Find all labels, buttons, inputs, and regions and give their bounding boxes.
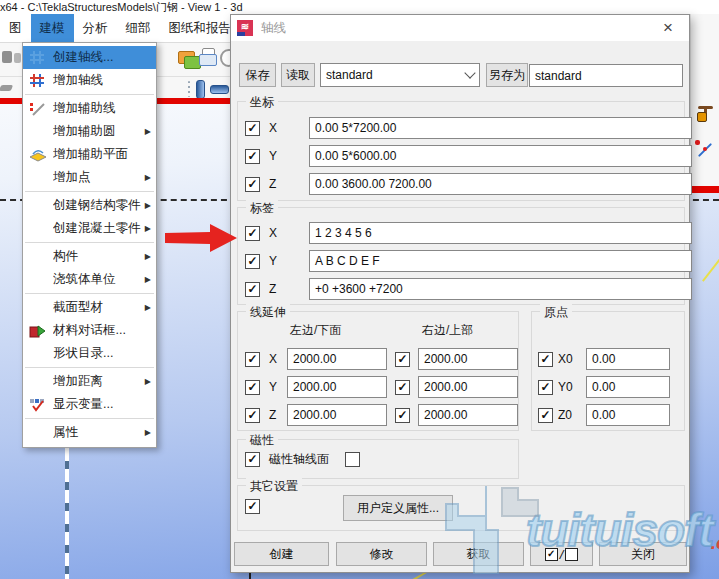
labels-x-checkbox[interactable] <box>245 226 260 241</box>
window-titlebar: x64 - C:\TeklaStructuresModels\门钢 - View… <box>0 0 719 14</box>
save-button[interactable]: 保存 <box>239 63 276 87</box>
menu-item-properties[interactable]: 属性 ▶ <box>23 421 156 444</box>
coordinates-z-checkbox[interactable] <box>245 177 260 192</box>
origin-x0-input[interactable]: 0.00 <box>586 348 670 370</box>
menu-item-add-construction-circle[interactable]: 增加辅助圆 ▶ <box>23 120 156 143</box>
modify-button[interactable]: 修改 <box>336 542 427 566</box>
toolbar-icon[interactable] <box>0 85 13 91</box>
menu-item-add-construction-plane[interactable]: 增加辅助平面 <box>23 143 156 166</box>
print-icon[interactable] <box>199 54 217 66</box>
left-below-header: 左边/下面 <box>290 322 341 339</box>
submenu-arrow-icon: ▶ <box>145 201 151 210</box>
submenu-arrow-icon: ▶ <box>145 173 151 182</box>
grid-tool-icon[interactable] <box>697 112 707 122</box>
blank-icon <box>29 170 47 186</box>
magnetism-extra-checkbox[interactable] <box>345 452 360 467</box>
construction-line-icon[interactable] <box>695 140 700 145</box>
coordinates-y-checkbox[interactable] <box>245 149 260 164</box>
ext-z-left-input[interactable]: 2000.00 <box>287 404 387 426</box>
view-icon[interactable] <box>196 80 205 99</box>
menu-item-add-distance[interactable]: 增加距离 ▶ <box>23 370 156 393</box>
display-variables-icon <box>29 397 47 413</box>
group-title: 原点 <box>540 304 572 321</box>
coordinates-x-input[interactable]: 0.00 5*7200.00 <box>309 117 692 139</box>
submenu-arrow-icon: ▶ <box>145 428 151 437</box>
view-icon[interactable] <box>210 85 229 94</box>
origin-z0-input[interactable]: 0.00 <box>586 404 670 426</box>
line-extensions-group: 线延伸 左边/下面 右边/上部 X 2000.00 2000.00 Y 2000… <box>237 311 519 431</box>
labels-y-checkbox[interactable] <box>245 254 260 269</box>
ext-x-left-input[interactable]: 2000.00 <box>287 348 387 370</box>
toggle-select-button[interactable]: / <box>530 542 593 566</box>
profile-select[interactable]: standard <box>320 63 480 87</box>
labels-z-checkbox[interactable] <box>245 282 260 297</box>
load-button[interactable]: 读取 <box>281 63 315 87</box>
ext-y-right-input[interactable]: 2000.00 <box>418 376 518 398</box>
create-button[interactable]: 创建 <box>234 542 329 566</box>
toolbar-icon[interactable] <box>2 51 12 63</box>
origin-y0-checkbox[interactable] <box>538 380 553 395</box>
submenu-arrow-icon: ▶ <box>145 275 151 284</box>
tekla-app-icon: ≋ <box>237 20 253 36</box>
labels-x-input[interactable]: 1 2 3 4 5 6 <box>309 222 692 244</box>
add-grid-icon <box>29 73 47 89</box>
right-toolbar <box>690 14 719 193</box>
toolbar-icon[interactable] <box>14 53 21 63</box>
origin-y0-input[interactable]: 0.00 <box>586 376 670 398</box>
menu-item-add-grid[interactable]: 增加轴线 <box>23 69 156 92</box>
menu-item-profiles[interactable]: 截面型材 ▶ <box>23 296 156 319</box>
magnetic-grid-plane-checkbox[interactable] <box>245 452 260 467</box>
drag-handle-icon[interactable] <box>188 81 190 97</box>
blank-icon <box>29 425 47 441</box>
group-title: 磁性 <box>246 432 278 449</box>
menu-item-add-point[interactable]: 增加点 ▶ <box>23 166 156 189</box>
other-settings-checkbox[interactable] <box>245 499 260 514</box>
ext-y-left-checkbox[interactable] <box>245 380 260 395</box>
menu-item-material-dialog[interactable]: 材料对话框... <box>23 319 156 342</box>
coordinates-z-input[interactable]: 0.00 3600.00 7200.00 <box>309 173 692 195</box>
ext-x-right-checkbox[interactable] <box>395 352 410 367</box>
menu-item-display-variables[interactable]: 显示变量... <box>23 393 156 416</box>
model-grid-vertical-line <box>65 448 69 579</box>
labels-y-input[interactable]: A B C D E F <box>309 250 692 272</box>
ext-z-right-checkbox[interactable] <box>395 408 410 423</box>
menu-item-create-grid[interactable]: 创建轴线... <box>23 46 156 69</box>
blank-icon <box>29 198 47 214</box>
magnetism-group: 磁性 磁性轴线面 <box>237 439 519 479</box>
construction-line-icon[interactable] <box>703 147 707 151</box>
labels-z-input[interactable]: +0 +3600 +7200 <box>309 278 692 300</box>
ext-x-right-input[interactable]: 2000.00 <box>418 348 518 370</box>
close-button[interactable]: 关闭 <box>599 542 687 566</box>
close-icon[interactable]: × <box>653 17 683 39</box>
menubar-item-view[interactable]: 图 <box>0 14 31 42</box>
menubar-item-modeling[interactable]: 建模 <box>31 14 74 42</box>
menu-item-create-steel-part[interactable]: 创建钢结构零件 ▶ <box>23 194 156 217</box>
save-as-button[interactable]: 另存为 <box>486 63 528 87</box>
menu-item-assembly[interactable]: 构件 ▶ <box>23 245 156 268</box>
blank-icon <box>29 221 47 237</box>
menubar-item-analysis[interactable]: 分析 <box>74 14 117 42</box>
application-window: x64 - C:\TeklaStructuresModels\门钢 - View… <box>0 0 719 579</box>
origin-x0-checkbox[interactable] <box>538 352 553 367</box>
menu-separator <box>25 242 154 243</box>
ext-y-left-input[interactable]: 2000.00 <box>287 376 387 398</box>
coordinates-x-checkbox[interactable] <box>245 121 260 136</box>
user-defined-attributes-button[interactable]: 用户定义属性... <box>343 495 453 521</box>
menu-item-pour-unit[interactable]: 浇筑体单位 ▶ <box>23 268 156 291</box>
ext-z-right-input[interactable]: 2000.00 <box>418 404 518 426</box>
blank-icon <box>29 249 47 265</box>
coordinates-y-input[interactable]: 0.00 5*6000.00 <box>309 145 692 167</box>
menubar-item-detailing[interactable]: 细部 <box>117 14 160 42</box>
origin-z0-checkbox[interactable] <box>538 408 553 423</box>
menubar-item-drawings-reports[interactable]: 图纸和报告 <box>160 14 241 42</box>
save-as-input[interactable]: standard <box>529 64 683 87</box>
menu-item-shape-catalog[interactable]: 形状目录... <box>23 342 156 365</box>
menu-item-add-construction-line[interactable]: 增加辅助线 <box>23 97 156 120</box>
ext-x-left-checkbox[interactable] <box>245 352 260 367</box>
group-title: 标签 <box>246 200 278 217</box>
ext-y-right-checkbox[interactable] <box>395 380 410 395</box>
ext-z-left-checkbox[interactable] <box>245 408 260 423</box>
dialog-titlebar[interactable]: ≋ 轴线 × <box>231 15 689 41</box>
menu-item-create-concrete-part[interactable]: 创建混凝土零件 ▶ <box>23 217 156 240</box>
get-button[interactable]: 获取 <box>433 542 524 566</box>
